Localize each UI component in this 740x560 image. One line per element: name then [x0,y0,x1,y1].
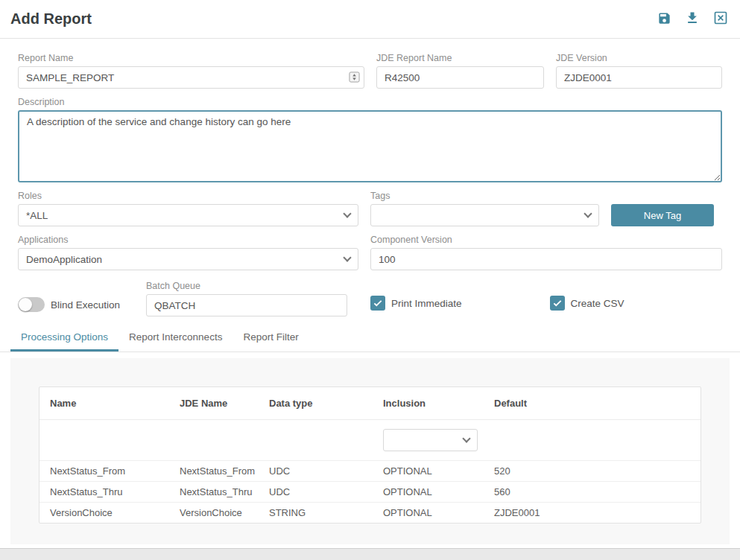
cell-inclusion: OPTIONAL [373,503,484,524]
component-version-label: Component Version [370,235,722,245]
roles-field: Roles *ALL [18,191,358,226]
blind-execution-label: Blind Execution [51,299,120,311]
chevron-down-icon [462,434,470,442]
download-icon [685,10,700,28]
cell-jde-name: VersionChoice [169,503,259,524]
jde-version-field: JDE Version [556,53,722,89]
save-button[interactable] [656,10,673,29]
batch-queue-input[interactable] [146,294,347,316]
chevron-down-icon [343,209,351,217]
applications-select[interactable]: DemoApplication [18,248,358,270]
cell-default: ZJDE0001 [484,503,701,524]
applications-label: Applications [18,235,358,245]
print-immediate-label: Print Immediate [391,298,462,309]
header: Add Report [0,0,740,39]
cell-name: NextStatus_From [39,461,169,482]
cell-inclusion: OPTIONAL [373,461,484,482]
print-immediate-checkbox[interactable]: Print Immediate [370,296,462,311]
inclusion-filter-select[interactable] [383,429,478,451]
roles-select-value: *ALL [26,210,48,221]
add-report-page: Add Report Report Name [0,0,740,549]
tab-report-interconnects[interactable]: Report Interconnects [118,324,233,351]
description-label: Description [18,97,722,107]
checkbox-checked-icon [370,296,385,311]
chevron-down-icon [584,209,592,217]
report-form: Report Name JDE Report Name JDE Version … [0,39,740,316]
table-row[interactable]: NextStatus_Thru NextStatus_Thru UDC OPTI… [39,482,701,503]
column-header-jde-name: JDE Name [169,387,259,420]
new-tag-button[interactable]: New Tag [611,204,714,226]
roles-select[interactable]: *ALL [18,204,358,226]
report-name-input[interactable] [18,66,364,89]
create-csv-label: Create CSV [571,298,624,309]
create-csv-checkbox[interactable]: Create CSV [550,296,624,311]
cell-inclusion: OPTIONAL [373,482,484,503]
applications-field: Applications DemoApplication [18,235,358,270]
jde-report-name-input[interactable] [376,66,544,89]
table-row[interactable]: VersionChoice VersionChoice STRING OPTIO… [39,503,701,524]
cell-default: 560 [484,482,701,503]
jde-version-label: JDE Version [556,53,722,63]
close-icon [713,10,728,28]
tags-select[interactable] [370,204,599,226]
cell-name: VersionChoice [39,503,169,524]
processing-options-table-card: Name JDE Name Data type Inclusion Defaul… [39,386,701,524]
tags-label: Tags [370,191,599,201]
table-filter-row [39,420,701,461]
applications-select-value: DemoApplication [26,254,102,265]
execution-options-row: Blind Execution Batch Queue Print Immedi… [18,281,722,316]
description-textarea[interactable]: A description of the service and change … [18,110,722,182]
cell-name: NextStatus_Thru [39,482,169,503]
component-version-field: Component Version [370,235,722,270]
column-header-inclusion: Inclusion [373,387,484,420]
jde-version-input[interactable] [556,66,722,89]
download-button[interactable] [683,9,701,29]
roles-label: Roles [18,191,358,201]
page-title: Add Report [10,10,92,28]
jde-report-name-label: JDE Report Name [376,53,544,63]
cell-data-type: UDC [259,482,373,503]
cell-jde-name: NextStatus_From [169,461,259,482]
column-header-data-type: Data type [259,387,373,420]
table-row[interactable]: NextStatus_From NextStatus_From UDC OPTI… [39,461,701,482]
checkbox-checked-icon [550,296,565,311]
tags-field: Tags [370,191,599,226]
column-header-name: Name [39,387,169,420]
description-field: Description A description of the service… [18,97,722,182]
jde-report-name-field: JDE Report Name [376,53,544,89]
cell-default: 520 [484,461,701,482]
report-name-field: Report Name [18,53,364,89]
component-version-input[interactable] [370,248,722,270]
cell-data-type: STRING [259,503,373,524]
report-name-label: Report Name [18,53,364,63]
save-icon [657,11,671,28]
table-header-row: Name JDE Name Data type Inclusion Defaul… [39,387,701,420]
header-actions [656,9,730,29]
tab-bar: Processing Options Report Interconnects … [0,324,740,352]
batch-queue-label: Batch Queue [146,281,347,291]
blind-execution-toggle[interactable] [18,297,45,312]
column-header-default: Default [484,387,701,420]
chevron-down-icon [343,253,351,261]
tab-report-filter[interactable]: Report Filter [233,324,309,351]
processing-options-table: Name JDE Name Data type Inclusion Defaul… [39,387,701,523]
toggle-knob [19,298,32,311]
cell-jde-name: NextStatus_Thru [169,482,259,503]
tab-processing-options[interactable]: Processing Options [10,324,118,351]
cell-data-type: UDC [259,461,373,482]
processing-options-panel: Name JDE Name Data type Inclusion Defaul… [10,358,730,544]
batch-queue-field: Batch Queue [146,281,347,316]
close-button[interactable] [712,9,730,29]
